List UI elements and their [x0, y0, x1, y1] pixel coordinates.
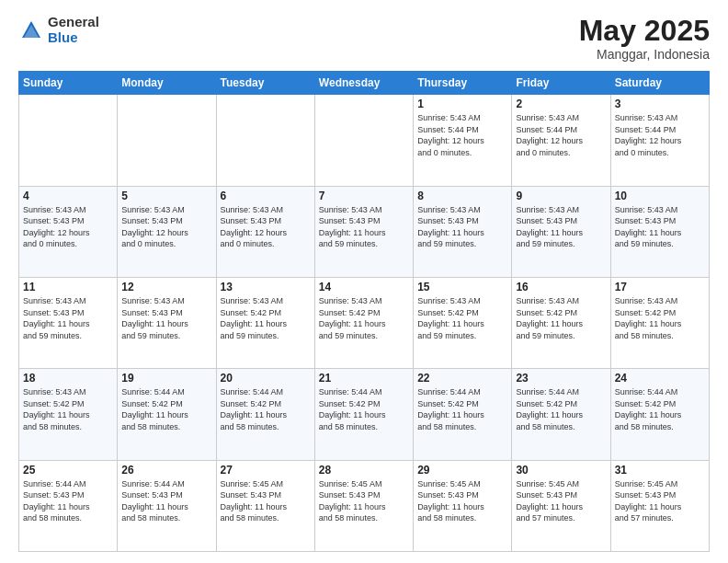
day-info: Sunrise: 5:43 AM Sunset: 5:43 PM Dayligh… [121, 204, 211, 250]
day-info: Sunrise: 5:43 AM Sunset: 5:43 PM Dayligh… [23, 204, 113, 250]
day-info: Sunrise: 5:43 AM Sunset: 5:43 PM Dayligh… [23, 295, 113, 341]
day-info: Sunrise: 5:43 AM Sunset: 5:43 PM Dayligh… [516, 204, 606, 250]
day-number: 5 [121, 190, 211, 202]
day-number: 17 [615, 281, 705, 293]
day-info: Sunrise: 5:43 AM Sunset: 5:44 PM Dayligh… [615, 112, 705, 158]
calendar-header-row: Sunday Monday Tuesday Wednesday Thursday… [19, 72, 710, 95]
col-tuesday: Tuesday [216, 72, 314, 95]
title-block: May 2025 Manggar, Indonesia [579, 15, 710, 62]
day-number: 31 [615, 464, 705, 477]
day-number: 28 [319, 464, 409, 477]
day-info: Sunrise: 5:44 AM Sunset: 5:42 PM Dayligh… [516, 386, 606, 432]
day-number: 4 [23, 190, 113, 202]
calendar-week-5: 25Sunrise: 5:44 AM Sunset: 5:43 PM Dayli… [19, 460, 710, 551]
day-info: Sunrise: 5:45 AM Sunset: 5:43 PM Dayligh… [221, 478, 311, 524]
calendar-cell: 15Sunrise: 5:43 AM Sunset: 5:42 PM Dayli… [414, 277, 512, 368]
day-info: Sunrise: 5:44 AM Sunset: 5:43 PM Dayligh… [23, 478, 113, 524]
day-number: 16 [516, 281, 606, 293]
day-number: 22 [417, 372, 507, 385]
day-info: Sunrise: 5:45 AM Sunset: 5:43 PM Dayligh… [615, 478, 705, 524]
calendar-cell [19, 95, 118, 186]
day-info: Sunrise: 5:44 AM Sunset: 5:43 PM Dayligh… [121, 478, 211, 524]
day-number: 6 [221, 190, 311, 202]
col-sunday: Sunday [19, 72, 118, 95]
calendar-week-3: 11Sunrise: 5:43 AM Sunset: 5:43 PM Dayli… [19, 277, 710, 368]
calendar-cell: 7Sunrise: 5:43 AM Sunset: 5:43 PM Daylig… [314, 186, 413, 277]
col-friday: Friday [512, 72, 610, 95]
calendar-cell: 24Sunrise: 5:44 AM Sunset: 5:42 PM Dayli… [610, 369, 709, 460]
calendar-cell: 16Sunrise: 5:43 AM Sunset: 5:42 PM Dayli… [512, 277, 610, 368]
calendar-cell: 25Sunrise: 5:44 AM Sunset: 5:43 PM Dayli… [19, 460, 118, 551]
calendar-cell: 21Sunrise: 5:44 AM Sunset: 5:42 PM Dayli… [314, 369, 413, 460]
day-number: 20 [221, 372, 311, 385]
calendar-cell: 4Sunrise: 5:43 AM Sunset: 5:43 PM Daylig… [19, 186, 118, 277]
calendar-cell [314, 95, 413, 186]
calendar-cell: 14Sunrise: 5:43 AM Sunset: 5:42 PM Dayli… [314, 277, 413, 368]
calendar-cell: 10Sunrise: 5:43 AM Sunset: 5:43 PM Dayli… [610, 186, 709, 277]
calendar-cell [118, 95, 216, 186]
day-info: Sunrise: 5:43 AM Sunset: 5:42 PM Dayligh… [23, 386, 113, 432]
day-info: Sunrise: 5:43 AM Sunset: 5:43 PM Dayligh… [417, 204, 507, 250]
calendar-cell: 12Sunrise: 5:43 AM Sunset: 5:43 PM Dayli… [118, 277, 216, 368]
day-info: Sunrise: 5:44 AM Sunset: 5:42 PM Dayligh… [221, 386, 311, 432]
calendar-cell: 26Sunrise: 5:44 AM Sunset: 5:43 PM Dayli… [118, 460, 216, 551]
col-monday: Monday [118, 72, 216, 95]
calendar-cell: 11Sunrise: 5:43 AM Sunset: 5:43 PM Dayli… [19, 277, 118, 368]
day-number: 30 [516, 464, 606, 477]
calendar-cell: 2Sunrise: 5:43 AM Sunset: 5:44 PM Daylig… [512, 95, 610, 186]
day-info: Sunrise: 5:43 AM Sunset: 5:43 PM Dayligh… [221, 204, 311, 250]
logo: General Blue [18, 15, 99, 45]
calendar-week-2: 4Sunrise: 5:43 AM Sunset: 5:43 PM Daylig… [19, 186, 710, 277]
day-info: Sunrise: 5:45 AM Sunset: 5:43 PM Dayligh… [319, 478, 409, 524]
day-number: 23 [516, 372, 606, 385]
day-number: 18 [23, 372, 113, 385]
day-info: Sunrise: 5:43 AM Sunset: 5:42 PM Dayligh… [319, 295, 409, 341]
header: General Blue May 2025 Manggar, Indonesia [18, 15, 710, 62]
logo-general: General [48, 14, 99, 29]
day-info: Sunrise: 5:44 AM Sunset: 5:42 PM Dayligh… [615, 386, 705, 432]
calendar-cell: 19Sunrise: 5:44 AM Sunset: 5:42 PM Dayli… [118, 369, 216, 460]
calendar-cell: 28Sunrise: 5:45 AM Sunset: 5:43 PM Dayli… [314, 460, 413, 551]
day-number: 27 [221, 464, 311, 477]
calendar-cell: 13Sunrise: 5:43 AM Sunset: 5:42 PM Dayli… [216, 277, 314, 368]
day-number: 10 [615, 190, 705, 202]
day-number: 3 [615, 98, 705, 110]
page: General Blue May 2025 Manggar, Indonesia… [0, 0, 728, 563]
logo-blue: Blue [48, 29, 78, 45]
day-number: 19 [121, 372, 211, 385]
day-info: Sunrise: 5:45 AM Sunset: 5:43 PM Dayligh… [516, 478, 606, 524]
day-info: Sunrise: 5:43 AM Sunset: 5:43 PM Dayligh… [615, 204, 705, 250]
day-number: 12 [121, 281, 211, 293]
calendar-week-4: 18Sunrise: 5:43 AM Sunset: 5:42 PM Dayli… [19, 369, 710, 460]
day-info: Sunrise: 5:43 AM Sunset: 5:42 PM Dayligh… [221, 295, 311, 341]
day-info: Sunrise: 5:44 AM Sunset: 5:42 PM Dayligh… [319, 386, 409, 432]
day-number: 11 [23, 281, 113, 293]
day-info: Sunrise: 5:44 AM Sunset: 5:42 PM Dayligh… [417, 386, 507, 432]
day-info: Sunrise: 5:43 AM Sunset: 5:44 PM Dayligh… [516, 112, 606, 158]
day-number: 8 [417, 190, 507, 202]
day-number: 26 [121, 464, 211, 477]
title-location: Manggar, Indonesia [579, 47, 710, 62]
calendar-cell: 31Sunrise: 5:45 AM Sunset: 5:43 PM Dayli… [610, 460, 709, 551]
calendar-week-1: 1Sunrise: 5:43 AM Sunset: 5:44 PM Daylig… [19, 95, 710, 186]
day-info: Sunrise: 5:45 AM Sunset: 5:43 PM Dayligh… [417, 478, 507, 524]
title-month: May 2025 [579, 15, 710, 47]
day-number: 15 [417, 281, 507, 293]
day-info: Sunrise: 5:44 AM Sunset: 5:42 PM Dayligh… [121, 386, 211, 432]
day-info: Sunrise: 5:43 AM Sunset: 5:44 PM Dayligh… [417, 112, 507, 158]
day-info: Sunrise: 5:43 AM Sunset: 5:43 PM Dayligh… [319, 204, 409, 250]
calendar-cell: 20Sunrise: 5:44 AM Sunset: 5:42 PM Dayli… [216, 369, 314, 460]
logo-text: General Blue [48, 15, 99, 45]
day-number: 7 [319, 190, 409, 202]
calendar-cell: 5Sunrise: 5:43 AM Sunset: 5:43 PM Daylig… [118, 186, 216, 277]
col-thursday: Thursday [414, 72, 512, 95]
calendar-cell [216, 95, 314, 186]
calendar-cell: 22Sunrise: 5:44 AM Sunset: 5:42 PM Dayli… [414, 369, 512, 460]
calendar-cell: 27Sunrise: 5:45 AM Sunset: 5:43 PM Dayli… [216, 460, 314, 551]
calendar-cell: 23Sunrise: 5:44 AM Sunset: 5:42 PM Dayli… [512, 369, 610, 460]
calendar-cell: 3Sunrise: 5:43 AM Sunset: 5:44 PM Daylig… [610, 95, 709, 186]
logo-icon [18, 17, 44, 43]
calendar-cell: 6Sunrise: 5:43 AM Sunset: 5:43 PM Daylig… [216, 186, 314, 277]
col-saturday: Saturday [610, 72, 709, 95]
day-number: 1 [417, 98, 507, 110]
